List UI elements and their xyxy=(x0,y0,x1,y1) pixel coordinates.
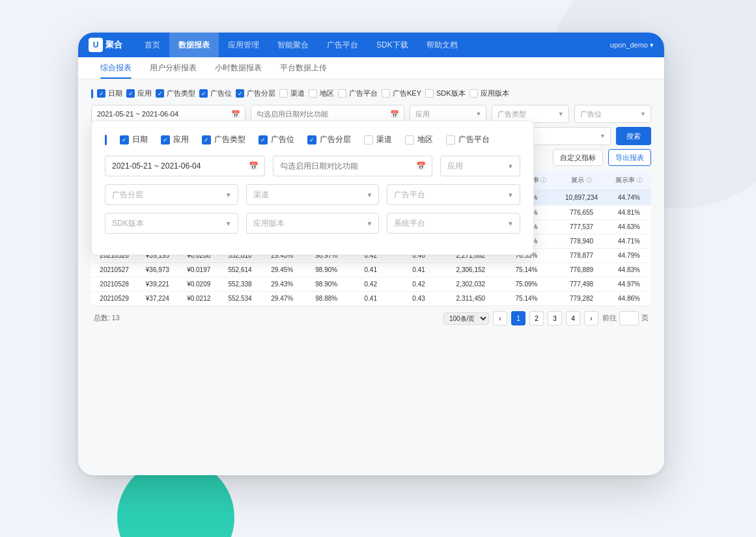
popup-cb-adpos-check: ✓ xyxy=(260,137,266,143)
pagination: 总数: 13 100条/页 ‹ 1 2 3 4 › 前往 页 xyxy=(91,306,651,328)
popup-checkbox-row: ✓ 日期 ✓ 应用 ✓ 广告类型 ✓ 广告位 ✓ 广告分层 渠道 xyxy=(105,134,520,145)
popup-cb-app[interactable]: ✓ 应用 xyxy=(161,134,189,145)
adpos-select-wrapper: 广告位 ▼ xyxy=(574,105,651,123)
popup-cb-adpos[interactable]: ✓ 广告位 xyxy=(259,134,294,145)
tab-user-analysis[interactable]: 用户分析报表 xyxy=(141,57,206,79)
td-ecpm: ¥0.0197 xyxy=(178,263,220,277)
cb-app-box: ✓ xyxy=(126,89,135,98)
compare-calendar-icon: 📅 xyxy=(390,110,399,118)
tab-hourly[interactable]: 小时数据报表 xyxy=(206,57,271,79)
nav-item-app[interactable]: 应用管理 xyxy=(219,33,268,57)
nav-logo: U 聚合 xyxy=(89,38,122,52)
popup-cb-date[interactable]: ✓ 日期 xyxy=(120,134,148,145)
info-icon-10[interactable]: ⓘ xyxy=(586,177,592,184)
td-ctr: 0.42 xyxy=(348,277,393,292)
tab-summary[interactable]: 综合报表 xyxy=(91,57,141,79)
page-4-btn[interactable]: 4 xyxy=(566,311,580,325)
filter-cb-appver[interactable]: 应用版本 xyxy=(469,89,509,98)
filter-cb-channel[interactable]: 渠道 xyxy=(279,89,305,98)
search-button[interactable]: 搜索 xyxy=(616,127,651,145)
nav-item-home[interactable]: 首页 xyxy=(135,33,169,57)
cb-region-label: 地区 xyxy=(320,89,334,98)
popup-cb-adlayer-check: ✓ xyxy=(309,137,315,143)
adpos-select[interactable]: 广告位 xyxy=(574,105,651,123)
popup-cb-adplatform-label: 广告平台 xyxy=(458,134,490,145)
filter-cb-adpos[interactable]: ✓ 广告位 xyxy=(199,89,232,98)
popup-cb-adtype[interactable]: ✓ 广告类型 xyxy=(202,134,245,145)
export-button[interactable]: 导出报表 xyxy=(608,149,651,166)
td-r-fill: 75.14% xyxy=(497,263,557,277)
page-3-btn[interactable]: 3 xyxy=(548,311,562,325)
popup-cb-app-box: ✓ xyxy=(161,135,170,145)
popup-adlayer-select[interactable]: 广告分层 xyxy=(105,184,238,205)
th-right-imp: 展示 ⓘ xyxy=(556,171,607,190)
cb-adtype-label: 广告类型 xyxy=(167,89,195,98)
page-2-btn[interactable]: 2 xyxy=(529,311,544,325)
popup-cb-region[interactable]: 地区 xyxy=(405,134,433,145)
filter-cb-adplatform[interactable]: 广告平台 xyxy=(338,89,378,98)
td-imprate: 29.43% xyxy=(260,277,304,292)
popup-cb-adplatform[interactable]: 广告平台 xyxy=(446,134,490,145)
filter-cb-adkey[interactable]: 广告KEY xyxy=(382,89,421,98)
popup-sdk-select[interactable]: SDK版本 xyxy=(105,213,238,234)
td-r-imprate: 44.86% xyxy=(607,292,651,306)
popup-sysplatform-select[interactable]: 系统平台 xyxy=(387,213,520,234)
th-right-imprate: 展示率 ⓘ xyxy=(607,171,651,190)
popup-cb-adlayer[interactable]: ✓ 广告分层 xyxy=(307,134,351,145)
sub-tabs: 综合报表 用户分析报表 小时数据报表 平台数据上传 xyxy=(78,57,664,79)
info-icon-9[interactable]: ⓘ xyxy=(540,177,546,184)
popup-appver-select[interactable]: 应用版本 xyxy=(246,213,380,234)
popup-date-input[interactable] xyxy=(105,156,265,176)
total-count: 总数: 13 xyxy=(94,314,120,323)
popup-adplatform-select-wrapper: 广告平台 ▼ xyxy=(387,184,520,205)
popup-cb-adtype-check: ✓ xyxy=(204,137,209,143)
page-jump-input[interactable] xyxy=(619,311,639,325)
page-size-select[interactable]: 100条/页 xyxy=(443,312,489,325)
popup-sysplatform-select-wrapper: 系统平台 ▼ xyxy=(387,213,520,234)
cb-date-box: ✓ xyxy=(97,89,105,98)
popup-channel-select[interactable]: 渠道 xyxy=(246,184,380,205)
custom-column-button[interactable]: 自定义指标 xyxy=(553,149,603,166)
cb-adpos-label: 广告位 xyxy=(210,89,232,98)
cb-date-label: 日期 xyxy=(108,89,122,98)
nav-item-data[interactable]: 数据报表 xyxy=(169,33,219,57)
td-r-fill: 75.09% xyxy=(497,277,557,292)
td-rev: ¥36,973 xyxy=(137,263,177,277)
filter-cb-date[interactable]: ✓ 日期 xyxy=(97,89,122,98)
popup-adplatform-select[interactable]: 广告平台 xyxy=(387,184,520,205)
go-to-label: 前往 xyxy=(602,314,617,323)
popup-compare-calendar-icon: 📅 xyxy=(416,161,426,171)
filter-cb-adtype[interactable]: ✓ 广告类型 xyxy=(156,89,195,98)
filter-cb-sdk[interactable]: SDK版本 xyxy=(425,89,466,98)
cb-adpos-check: ✓ xyxy=(201,90,206,97)
td-r-req: 2,302,032 xyxy=(445,277,497,292)
nav-item-sdk[interactable]: SDK下载 xyxy=(367,33,417,57)
nav-user[interactable]: upon_demo ▾ xyxy=(610,41,654,49)
prev-page-btn[interactable]: ‹ xyxy=(493,311,507,325)
cb-adlayer-check: ✓ xyxy=(238,90,243,97)
cb-adpos-box: ✓ xyxy=(199,89,208,98)
popup-compare-input[interactable] xyxy=(273,156,433,176)
nav-item-help[interactable]: 帮助文档 xyxy=(417,33,467,57)
filter-popup: ✓ 日期 ✓ 应用 ✓ 广告类型 ✓ 广告位 ✓ 广告分层 渠道 xyxy=(91,120,534,255)
tab-platform-upload[interactable]: 平台数据上传 xyxy=(271,57,336,79)
popup-app-select[interactable]: 应用 xyxy=(440,156,520,176)
filter-cb-app[interactable]: ✓ 应用 xyxy=(126,89,152,98)
nav-item-smart[interactable]: 智能聚合 xyxy=(268,33,318,57)
popup-input-row-3: SDK版本 ▼ 应用版本 ▼ 系统平台 ▼ xyxy=(105,213,520,234)
cb-adkey-label: 广告KEY xyxy=(393,89,421,98)
page-1-btn[interactable]: 1 xyxy=(511,311,525,325)
cb-region-box xyxy=(309,89,317,98)
cb-appver-label: 应用版本 xyxy=(481,89,509,98)
nav-logo-text: 聚合 xyxy=(105,39,122,51)
popup-calendar-icon: 📅 xyxy=(249,161,259,171)
nav-items: 首页 数据报表 应用管理 智能聚合 广告平台 SDK下载 帮助文档 xyxy=(135,33,610,57)
filter-highlight xyxy=(91,89,93,98)
td-imprate: 29.47% xyxy=(260,292,304,306)
next-page-btn[interactable]: › xyxy=(584,311,598,325)
nav-item-platform[interactable]: 广告平台 xyxy=(318,33,367,57)
filter-cb-region[interactable]: 地区 xyxy=(309,89,334,98)
filter-cb-adlayer[interactable]: ✓ 广告分层 xyxy=(236,89,275,98)
info-icon-11[interactable]: ⓘ xyxy=(637,177,643,184)
popup-cb-channel[interactable]: 渠道 xyxy=(364,134,392,145)
